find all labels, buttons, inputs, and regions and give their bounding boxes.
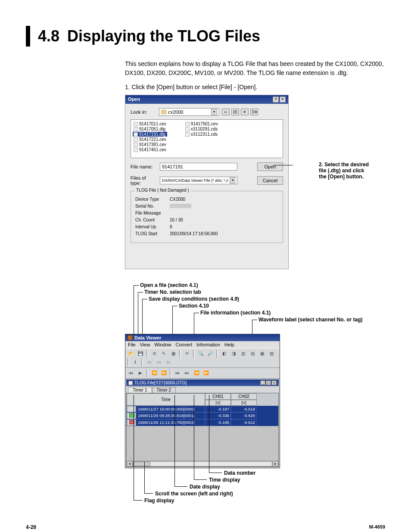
- nav-icon[interactable]: ⏭: [183, 369, 191, 377]
- time-cell: 1998/11/29 09:28:35.816[0001]: [136, 412, 205, 419]
- menu-window[interactable]: Window: [154, 342, 171, 347]
- nav-icon[interactable]: ⏩: [202, 369, 210, 377]
- nav-icon[interactable]: ⏮: [173, 369, 182, 377]
- tool-icon[interactable]: ▥: [239, 350, 247, 358]
- app-titlebar: Data Viewer: [125, 334, 280, 341]
- value-cell: -0.612: [231, 419, 257, 426]
- anno-file-info: File information (section 4.1): [200, 310, 271, 316]
- help-icon[interactable]: ?: [273, 96, 279, 103]
- back-icon[interactable]: ⇦: [222, 109, 230, 115]
- file-icon: [185, 122, 190, 126]
- menu-help[interactable]: Help: [224, 342, 234, 347]
- timer-tabs: Timer 1 Timer 2: [126, 387, 279, 393]
- zoom-in-icon[interactable]: 🔍: [196, 350, 205, 358]
- file-list[interactable]: 91417011.cev 91417051.dtg 91417191.dtg 9…: [131, 119, 283, 158]
- scroll-track[interactable]: [133, 461, 272, 467]
- section-title: Displaying the TLOG Files: [67, 27, 260, 45]
- menu-convert[interactable]: Convert: [176, 342, 193, 347]
- chevron-down-icon[interactable]: ▾: [230, 177, 235, 184]
- file-item[interactable]: x3110291.cds: [184, 127, 219, 131]
- folder-icon: [161, 110, 166, 114]
- tool-icon[interactable]: ▧: [267, 350, 276, 358]
- info-key: Device Type: [135, 197, 170, 202]
- callout-select-file: 2. Select the desired file (.dtg) and cl…: [319, 162, 405, 180]
- value-cell: -0.619: [231, 406, 257, 412]
- step-1-text: 1. Click the [Open] button or select [Fi…: [125, 84, 385, 90]
- lookin-dropdown[interactable]: cx2000 ▾: [159, 108, 219, 116]
- tab-timer-1[interactable]: Timer 1: [128, 387, 152, 393]
- nav-next-icon[interactable]: ▶: [136, 369, 145, 377]
- scroll-right-icon[interactable]: ▸: [272, 461, 278, 467]
- file-item[interactable]: x3112311.cds: [184, 132, 219, 137]
- close-icon[interactable]: ×: [280, 96, 286, 103]
- anno-waveform-label: Waveform label (select channel No. or ta…: [258, 317, 363, 323]
- save-icon[interactable]: 💾: [136, 350, 145, 358]
- file-item[interactable]: 91417501.cev: [184, 121, 219, 126]
- table-row[interactable]: 1998/11/29 11:11:33.750[0002] -0.185 -0.…: [127, 419, 278, 426]
- table-row[interactable]: 1998/11/29 09:28:35.816[0001] -0.336 -0.…: [127, 412, 278, 419]
- file-item-selected[interactable]: 91417191.dtg: [133, 132, 167, 137]
- file-item[interactable]: 91417221.cev: [133, 137, 167, 142]
- nav-icon[interactable]: ⏩: [159, 369, 168, 377]
- filetype-dropdown[interactable]: DX/MV/CX/Data Viewer File (*.dds; *.dev;…: [160, 177, 237, 184]
- filetype-value: DX/MV/CX/Data Viewer File (*.dds; *.dev;…: [162, 178, 228, 183]
- tool-icon[interactable]: ▦: [258, 350, 266, 358]
- tool-icon[interactable]: ✎: [159, 350, 168, 358]
- info-key: TLOG Start: [135, 231, 170, 236]
- info-val: 8: [170, 224, 172, 229]
- tool-icon[interactable]: ◧: [220, 350, 228, 358]
- col-ch02[interactable]: CH02: [231, 393, 257, 400]
- file-icon: [134, 132, 138, 137]
- chevron-down-icon[interactable]: ▾: [211, 109, 217, 115]
- tool-icon[interactable]: ▤: [248, 350, 257, 358]
- tool-icon[interactable]: ▭: [145, 358, 153, 366]
- file-item[interactable]: 91417011.cev: [133, 121, 167, 126]
- col-time[interactable]: Time: [127, 393, 205, 406]
- view-menu-icon[interactable]: ☰▾: [250, 109, 258, 115]
- info-icon[interactable]: ℹ: [131, 358, 140, 366]
- tool-icon[interactable]: ◨: [229, 350, 238, 358]
- refresh-icon[interactable]: ⟳: [183, 350, 191, 358]
- h-scrollbar[interactable]: ◂ ▸: [127, 460, 278, 467]
- up-folder-icon[interactable]: ⮹: [231, 109, 239, 115]
- tool-icon[interactable]: ▦: [169, 350, 177, 358]
- cancel-button[interactable]: Cancel: [257, 176, 283, 185]
- maximize-icon[interactable]: □: [266, 380, 271, 385]
- scroll-left-icon[interactable]: ◂: [127, 461, 133, 467]
- file-icon: [185, 132, 190, 137]
- tool-icon[interactable]: ⧉: [150, 350, 159, 358]
- nav-first-icon[interactable]: ⏮: [127, 369, 135, 377]
- new-folder-icon[interactable]: ✶: [241, 109, 249, 115]
- file-item[interactable]: 91417451.cev: [133, 147, 167, 152]
- file-item[interactable]: 91417381.cev: [133, 142, 167, 147]
- file-icon: [185, 127, 190, 131]
- group-title: TLOG File ( Not Damaged ): [134, 188, 191, 193]
- minimize-icon[interactable]: _: [260, 380, 265, 385]
- open-icon[interactable]: 📂: [127, 350, 135, 358]
- page-footer: 4-28 M-4659: [26, 524, 385, 530]
- table-row[interactable]: 1998/11/27 19:00:00.000[0000] -0.187 -0.…: [127, 406, 278, 412]
- menu-view[interactable]: View: [140, 342, 150, 347]
- open-button[interactable]: Open: [257, 162, 283, 171]
- close-icon[interactable]: ×: [271, 380, 277, 385]
- tab-timer-2[interactable]: Timer 2: [152, 387, 176, 393]
- data-grid: Time CH01 CH02 [V] [V] 1998/11/27 19:00:…: [126, 393, 279, 467]
- open-file-dialog: Open ? × Look in: cx2000 ▾ ⇦ ⮹: [125, 95, 289, 269]
- scroll-thumb[interactable]: [133, 462, 150, 466]
- flag-cell: [127, 419, 136, 426]
- section-number: 4.8: [38, 27, 59, 45]
- nav-icon[interactable]: ⏪: [150, 369, 159, 377]
- zoom-out-icon[interactable]: 🔎: [206, 350, 215, 358]
- nav-icon[interactable]: ⏪: [192, 369, 201, 377]
- dialog-titlebar: Open ? ×: [125, 95, 288, 104]
- menu-file[interactable]: File: [128, 342, 136, 347]
- page-number: 4-28: [26, 524, 36, 530]
- menu-information[interactable]: Information: [196, 342, 220, 347]
- lookin-value: cx2000: [168, 109, 183, 115]
- filename-input[interactable]: [160, 163, 237, 171]
- tool-icon[interactable]: ▭: [154, 358, 163, 366]
- anno-save-display: Save display conditions (section 4.9): [149, 296, 239, 302]
- anno-data-number: Data number: [224, 470, 255, 476]
- tool-icon[interactable]: ▭: [164, 358, 172, 366]
- file-item[interactable]: 91417051.dtg: [133, 127, 167, 131]
